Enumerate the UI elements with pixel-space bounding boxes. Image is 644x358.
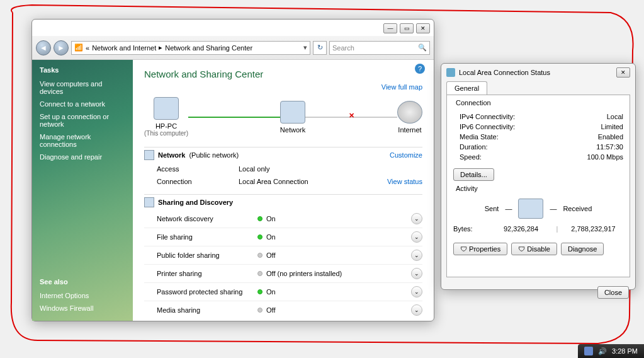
sharing-label: Public folder sharing [157, 251, 257, 259]
node-internet[interactable]: Internet [397, 101, 422, 134]
sharing-label: Password protected sharing [157, 288, 257, 296]
network-icon [280, 101, 305, 124]
sharing-row: Printer sharingOff (no printers installe… [144, 264, 422, 282]
pc-name: HP-PC [155, 122, 177, 130]
sharing-row: Public folder sharingOff⌄ [144, 246, 422, 264]
info-value: Enabled [598, 133, 623, 141]
bytes-sent-value: 92,326,284 [491, 225, 551, 233]
connection-info-row: Speed:100.0 Mbps [460, 152, 623, 162]
connection-label: Connection [157, 178, 239, 185]
status-dot-icon [257, 271, 263, 276]
network-sharing-window: — ▭ ✕ ◄ ► 📶 « Network and Internet ▸ Net… [31, 19, 434, 321]
expand-button[interactable]: ⌄ [411, 231, 422, 243]
disable-button[interactable]: 🛡 Disable [511, 243, 557, 255]
expand-button[interactable]: ⌄ [411, 250, 422, 261]
sharing-row: Network discoveryOn⌄ [144, 210, 422, 228]
sharing-state: On [266, 288, 276, 296]
expand-button[interactable]: ⌄ [411, 268, 422, 279]
forward-button[interactable]: ► [54, 40, 69, 55]
close-button[interactable]: ✕ [416, 23, 430, 33]
chevron-right-icon: ▸ [159, 43, 162, 52]
bytes-label: Bytes: [453, 225, 491, 233]
sidebar-link-setup[interactable]: Set up a connection or network [40, 110, 125, 130]
connection-section-label: Connection [453, 99, 494, 107]
connection-value: Local Area Connection [239, 178, 387, 185]
dropdown-icon[interactable]: ▾ [303, 43, 307, 52]
sidebar-link-windows-firewall[interactable]: Windows Firewall [40, 302, 125, 315]
breadcrumb-root[interactable]: « [86, 44, 89, 52]
sharing-state: Off [266, 251, 275, 259]
close-button[interactable]: ✕ [616, 67, 630, 78]
computer-icon [154, 97, 179, 120]
taskbar-tray: 🔊 3:28 PM [578, 344, 644, 358]
tab-general[interactable]: General [446, 81, 487, 95]
sharing-state: On [266, 233, 276, 241]
properties-button[interactable]: 🛡 Properties [453, 243, 507, 255]
access-label: Access [157, 165, 239, 173]
bytes-received-value: 2,788,232,917 [563, 225, 623, 233]
back-button[interactable]: ◄ [36, 40, 51, 55]
sharing-label: Network discovery [157, 215, 257, 222]
sharing-label: Media sharing [157, 306, 257, 314]
search-icon: 🔍 [418, 43, 427, 52]
network-map: HP-PC (This computer) Network Internet [144, 97, 422, 137]
sidebar-link-view-computers[interactable]: View computers and devices [40, 78, 125, 98]
sharing-state: Off [266, 306, 275, 314]
info-value: 100.0 Mbps [587, 153, 623, 161]
expand-button[interactable]: ⌄ [411, 213, 422, 224]
separator: | [551, 225, 563, 233]
pc-sub: (This computer) [144, 130, 188, 137]
network-type: (Public network) [189, 151, 239, 159]
network-icon [144, 150, 154, 160]
view-status-link[interactable]: View status [387, 178, 422, 185]
details-button[interactable]: Details... [453, 168, 494, 181]
status-dot-icon [257, 253, 263, 258]
activity-section-label: Activity [453, 185, 480, 192]
diagnose-button[interactable]: Diagnose [561, 243, 604, 255]
breadcrumb-l2[interactable]: Network and Sharing Center [165, 44, 252, 52]
dialog-title: Local Area Connection Status [459, 69, 550, 76]
node-this-pc[interactable]: HP-PC (This computer) [144, 97, 188, 137]
breadcrumb[interactable]: 📶 « Network and Internet ▸ Network and S… [71, 41, 310, 55]
help-icon[interactable]: ? [415, 64, 425, 74]
view-full-map-link[interactable]: View full map [144, 83, 422, 91]
sidebar-link-manage[interactable]: Manage network connections [40, 130, 125, 151]
search-input[interactable]: Search 🔍 [329, 41, 430, 55]
customize-link[interactable]: Customize [390, 151, 422, 159]
minimize-button[interactable]: — [383, 23, 397, 33]
refresh-button[interactable]: ↻ [313, 41, 327, 55]
computer-icon [518, 199, 543, 219]
close-dialog-button[interactable]: Close [597, 286, 629, 299]
network-tray-icon[interactable] [584, 347, 593, 355]
info-value: Limited [601, 123, 623, 130]
breadcrumb-l1[interactable]: Network and Internet [92, 44, 156, 52]
connection-info-row: IPv6 Connectivity:Limited [460, 122, 623, 132]
people-icon [144, 197, 154, 207]
expand-button[interactable]: ⌄ [411, 286, 422, 297]
search-placeholder: Search [332, 44, 354, 52]
sharing-title: Sharing and Discovery [158, 199, 233, 206]
volume-icon[interactable]: 🔊 [598, 347, 607, 355]
sidebar-link-diagnose[interactable]: Diagnose and repair [40, 151, 125, 163]
maximize-button[interactable]: ▭ [400, 23, 414, 33]
page-title: Network and Sharing Center [144, 69, 422, 79]
network-name: Network [158, 151, 185, 159]
received-label: Received [563, 205, 592, 212]
sidebar-link-internet-options[interactable]: Internet Options [40, 289, 125, 302]
see-also-title: See also [40, 278, 125, 286]
info-key: Media State: [460, 133, 598, 141]
sharing-row: Media sharingOff⌄ [144, 301, 422, 319]
link-pc-network [188, 117, 280, 118]
connection-info-row: IPv4 Connectivity:Local [460, 112, 623, 122]
sharing-label: File sharing [157, 233, 257, 241]
expand-button[interactable]: ⌄ [411, 304, 422, 316]
sharing-row: Password protected sharingOn⌄ [144, 282, 422, 301]
sharing-label: Printer sharing [157, 270, 257, 277]
dash-icon: — [505, 205, 512, 212]
info-key: Speed: [460, 153, 587, 161]
globe-icon [397, 101, 422, 124]
clock[interactable]: 3:28 PM [612, 347, 638, 355]
sidebar-link-connect[interactable]: Connect to a network [40, 98, 125, 110]
node-network[interactable]: Network [280, 101, 305, 134]
breadcrumb-icon: 📶 [74, 43, 83, 52]
